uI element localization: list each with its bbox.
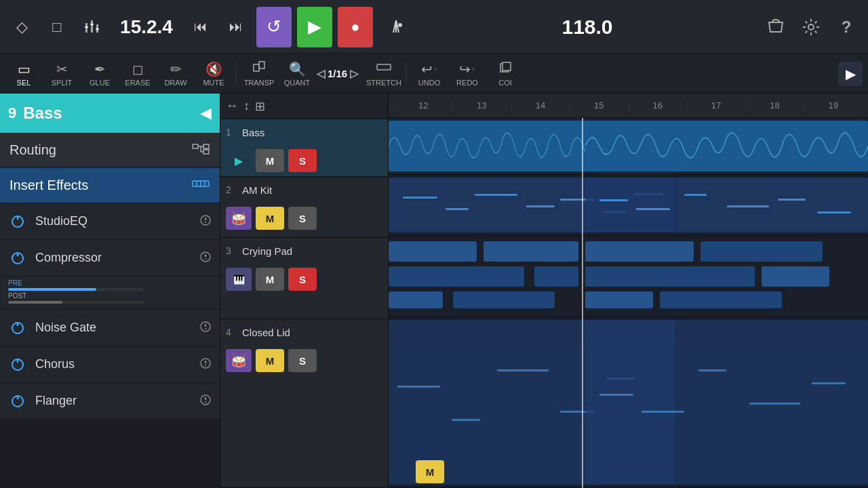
tool-mute[interactable]: 🔇 MUTE	[195, 56, 232, 92]
chorus-edit-icon[interactable]	[199, 357, 212, 372]
effect-noisegate[interactable]: Noise Gate	[0, 310, 220, 346]
tracks-container: M	[389, 118, 868, 488]
flanger-name: Flanger	[35, 394, 191, 408]
svg-rect-12	[259, 62, 264, 68]
ctrl-expand-icon[interactable]: ↔	[226, 99, 238, 113]
routing-icon	[191, 142, 210, 159]
shop-icon[interactable]	[761, 12, 791, 42]
ruler-mark-19: 19	[804, 100, 863, 110]
square-icon[interactable]: □	[42, 12, 72, 42]
studioeq-edit-icon[interactable]	[199, 214, 212, 229]
tool-undo[interactable]: ↩○ UNDO	[411, 56, 448, 92]
metronome-button[interactable]	[378, 7, 414, 47]
ruler-mark-13: 13	[452, 100, 511, 110]
track-row: 3 Crying Pad 🎹 M S	[220, 238, 388, 319]
track-4-solo-button[interactable]: S	[288, 349, 317, 372]
studioeq-power-button[interactable]	[8, 212, 27, 231]
channel-collapse-button[interactable]: ◀	[200, 104, 212, 122]
tool-coi[interactable]: COI	[487, 56, 524, 92]
post-level-bar[interactable]	[8, 301, 212, 304]
main-area: 9 Bass ◀ Routing Insert Effects	[0, 94, 868, 488]
tool-erase[interactable]: ◻ ERASE	[119, 56, 156, 92]
svg-rect-15	[502, 62, 511, 70]
routing-section[interactable]: Routing	[0, 133, 220, 168]
quantize-display[interactable]: ◁ 1/16 ▷	[317, 67, 364, 80]
track-4-controls: 🥁 M S	[220, 345, 388, 376]
ctrl-arrange-icon[interactable]: ⊞	[255, 99, 265, 114]
waveform-area: 12 13 14 15 16 17 18 19	[389, 94, 868, 488]
svg-rect-17	[203, 144, 209, 148]
track-2-solo-button[interactable]: S	[288, 207, 317, 230]
diamond-icon[interactable]: ◇	[7, 12, 37, 42]
tool-quant[interactable]: 🔍 QUANT	[279, 56, 315, 92]
flanger-power-button[interactable]	[8, 392, 27, 411]
insert-effects-icon	[191, 177, 210, 194]
track-controls-header: ↔ ↕ ⊞	[220, 94, 388, 119]
track-4-mute-button[interactable]: M	[256, 349, 284, 372]
ctrl-height-icon[interactable]: ↕	[243, 99, 250, 113]
track-3-solo-button[interactable]: S	[288, 268, 317, 291]
tool-draw[interactable]: ✏ DRAW	[157, 56, 194, 92]
svg-point-50	[205, 401, 206, 403]
chorus-power-button[interactable]	[8, 355, 27, 374]
waveform-track-1[interactable]	[389, 118, 868, 175]
pre-level-bar[interactable]	[8, 288, 212, 291]
track-4-mute-visible[interactable]: M	[416, 460, 444, 483]
tool-redo[interactable]: ↪○ REDO	[449, 56, 486, 92]
settings-icon[interactable]	[796, 12, 826, 42]
track-3-instrument-icon[interactable]: 🎹	[226, 268, 252, 291]
track-3-name: Crying Pad	[242, 245, 382, 257]
timeline-ruler: 12 13 14 15 16 17 18 19	[389, 94, 868, 118]
noisegate-power-button[interactable]	[8, 319, 27, 338]
flanger-edit-icon[interactable]	[199, 394, 212, 409]
track-1-mute-button[interactable]: M	[256, 149, 284, 172]
track-2-mute-button[interactable]: M	[256, 207, 284, 230]
track-1-solo-button[interactable]: S	[288, 149, 317, 172]
tool-glue[interactable]: ✒ GLUE	[81, 56, 118, 92]
record-button[interactable]: ●	[338, 7, 373, 47]
waveform-track-2[interactable]	[389, 175, 868, 236]
svg-rect-11	[254, 64, 259, 71]
effect-flanger[interactable]: Flanger	[0, 383, 220, 420]
ruler-mark-14: 14	[511, 100, 570, 110]
track-1-name: Bass	[242, 127, 382, 138]
track-1-play-button[interactable]: ▶	[226, 149, 252, 172]
track-3-number: 3	[226, 245, 238, 256]
track-4-instrument-icon[interactable]: 🥁	[226, 349, 252, 372]
tool-sel[interactable]: ▭ SEL	[5, 56, 42, 92]
track-2-instrument-icon[interactable]: 🥁	[226, 207, 252, 230]
play-right-button[interactable]: ▶	[838, 62, 863, 86]
tool-stretch[interactable]: STRETCH	[366, 56, 402, 92]
channel-number: 9	[8, 104, 16, 122]
mixer-icon[interactable]	[77, 12, 107, 42]
effect-chorus[interactable]: Chorus	[0, 346, 220, 383]
rewind-button[interactable]: ⏮	[186, 12, 216, 42]
waveform-track-3[interactable]	[389, 236, 868, 317]
track-row: 1 Bass ▶ M S	[220, 119, 388, 177]
ruler-mark-15: 15	[570, 100, 628, 110]
forward-button[interactable]: ⏭	[221, 12, 251, 42]
track-3-mute-button[interactable]: M	[256, 268, 284, 291]
compressor-power-button[interactable]	[8, 249, 27, 268]
insert-effects-section[interactable]: Insert Effects	[0, 168, 220, 203]
ruler-mark-17: 17	[687, 100, 745, 110]
bpm-display: 118.0	[547, 16, 628, 39]
play-button[interactable]: ▶	[297, 7, 332, 47]
tool-split[interactable]: ✂ SPLIT	[43, 56, 80, 92]
help-icon[interactable]: ?	[831, 12, 861, 42]
effect-compressor[interactable]: Compressor	[0, 240, 220, 277]
track-4-header: 4 Closed Lid	[220, 319, 388, 345]
post-label: POST	[8, 292, 212, 300]
track-2-number: 2	[226, 184, 238, 195]
compressor-edit-icon[interactable]	[199, 251, 212, 266]
track-list: ↔ ↕ ⊞ 1 Bass ▶ M S 2 AM Kit 🥁 M	[220, 94, 389, 488]
undo-transport-button[interactable]: ↺	[256, 7, 292, 47]
noisegate-edit-icon[interactable]	[199, 321, 212, 336]
track-2-controls: 🥁 M S	[220, 203, 388, 234]
tool-transp[interactable]: TRANSP	[241, 56, 277, 92]
waveform-track-4[interactable]: M	[389, 317, 868, 488]
svg-rect-5	[96, 28, 99, 30]
track-1-controls: ▶ M S	[220, 145, 388, 176]
effect-studioeq[interactable]: StudioEQ	[0, 203, 220, 240]
channel-header[interactable]: 9 Bass ◀	[0, 94, 220, 133]
